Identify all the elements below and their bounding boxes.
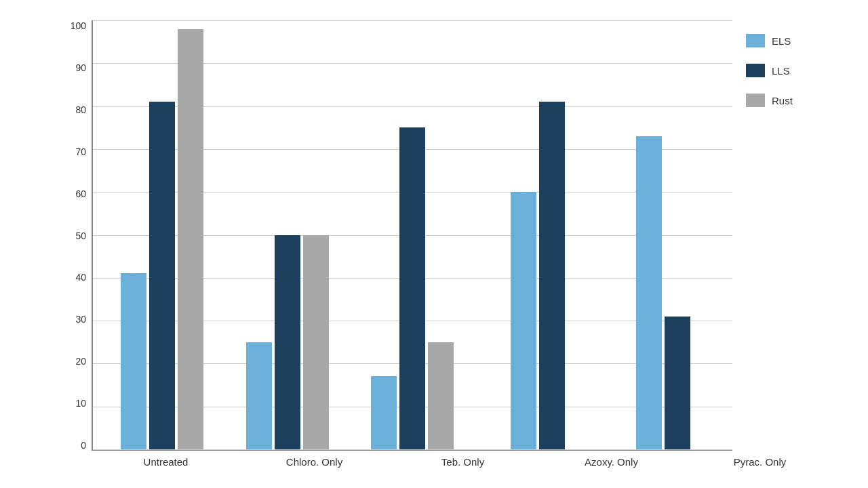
y-tick: 50 (64, 230, 92, 241)
y-tick: 0 (64, 440, 92, 451)
y-tick: 30 (64, 314, 92, 325)
y-tick: 20 (64, 356, 92, 367)
legend-label-rust: Rust (772, 95, 793, 106)
y-tick: 100 (64, 20, 92, 31)
x-axis-label: Chloro. Only (240, 451, 389, 468)
y-tick: 80 (64, 104, 92, 115)
legend-label-lls: LLS (772, 65, 790, 77)
plot-and-legend: 0102030405060708090100 ELSLLSRust (64, 20, 834, 451)
y-tick: 90 (64, 62, 92, 73)
legend-label-els: ELS (772, 35, 791, 47)
legend-item-rust: Rust (746, 94, 834, 107)
bar-group (225, 20, 351, 449)
bar-els (246, 342, 272, 449)
bar-els (121, 273, 146, 449)
y-axis-ticks: 0102030405060708090100 (64, 20, 92, 451)
chart-area: 0102030405060708090100 ELSLLSRust Untrea… (64, 20, 834, 468)
y-axis-label (34, 20, 61, 468)
legend: ELSLLSRust (732, 20, 834, 451)
x-axis-label: Pyrac. Only (686, 451, 834, 468)
bar-lls (275, 235, 300, 450)
bar-group (600, 20, 726, 449)
chart-container: 0102030405060708090100 ELSLLSRust Untrea… (34, 20, 834, 468)
bar-els (636, 136, 662, 449)
bar-els (511, 192, 536, 449)
y-tick: 70 (64, 146, 92, 157)
grid-line (93, 449, 732, 450)
bar-group (475, 20, 601, 449)
legend-color-lls (746, 64, 765, 77)
x-axis-label: Teb. Only (389, 451, 537, 468)
y-tick: 10 (64, 398, 92, 409)
bar-rust (178, 29, 203, 449)
bar-els (371, 376, 397, 449)
bar-lls (149, 102, 175, 449)
y-tick: 60 (64, 188, 92, 199)
bar-rust (428, 342, 454, 449)
bar-lls (399, 127, 425, 449)
bar-group (100, 20, 225, 449)
legend-item-lls: LLS (746, 64, 834, 77)
legend-item-els: ELS (746, 34, 834, 47)
bar-rust (303, 235, 329, 450)
legend-color-els (746, 34, 765, 47)
legend-color-rust (746, 94, 765, 107)
bar-lls (665, 317, 690, 449)
x-axis-label: Azoxy. Only (537, 451, 686, 468)
x-axis-label: Untreated (92, 451, 240, 468)
x-axis-labels: UntreatedChloro. OnlyTeb. OnlyAzoxy. Onl… (64, 451, 834, 468)
plot-area: 0102030405060708090100 (64, 20, 732, 451)
bar-group (350, 20, 475, 449)
bars-and-grid (92, 20, 732, 451)
y-tick: 40 (64, 272, 92, 283)
bar-lls (539, 102, 565, 449)
bars-area (93, 20, 732, 449)
